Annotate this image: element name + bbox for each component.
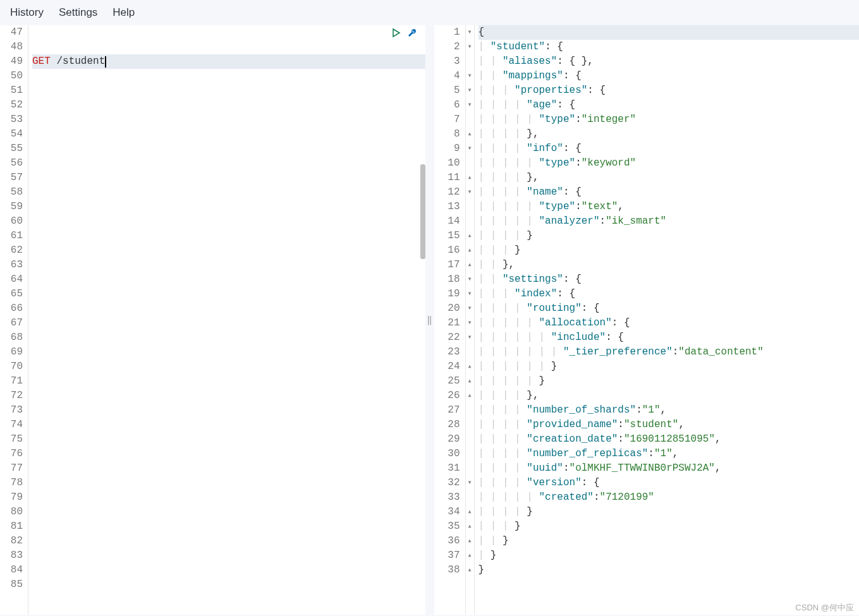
response-line: | | "settings" : { [478,272,860,287]
editor-line[interactable] [32,461,425,476]
fold-open-icon[interactable]: ▾ [466,69,474,83]
editor-line[interactable] [32,330,425,345]
gutter-line: 57 [5,171,23,185]
fold-close-icon[interactable]: ▴ [466,505,474,519]
gutter-line: 22 [439,330,460,345]
response-line: | | | | | "created" : "7120199" [478,490,860,505]
response-gutter: 1234567891011121314151617181920212223242… [434,25,466,615]
editor-line[interactable] [32,374,425,389]
editor-line[interactable] [32,534,425,548]
editor-line[interactable] [32,229,425,243]
gutter-line: 30 [439,447,460,461]
editor-line[interactable] [32,243,425,258]
gutter-line: 7 [439,112,460,127]
response-line: | | | | | "type" : "text", [478,200,860,214]
fold-close-icon[interactable]: ▴ [466,243,474,258]
gutter-line: 13 [439,200,460,214]
fold-open-icon[interactable]: ▾ [466,287,474,301]
fold-close-icon[interactable]: ▴ [466,563,474,577]
editor-line[interactable] [32,171,425,185]
fold-column[interactable]: ▾▾▾▾▾▴▾▴▾▴▴▴▾▾▾▾▾▴▴▴▾▴▴▴▴▴ [466,25,475,615]
editor-line[interactable] [32,359,425,374]
fold-close-icon[interactable]: ▴ [466,127,474,142]
wrench-icon[interactable] [406,27,419,39]
response-line: | | | | | "type" : "keyword" [478,156,860,171]
gutter-line: 71 [5,374,23,389]
editor-line[interactable] [32,592,425,607]
editor-line[interactable] [32,548,425,563]
play-icon[interactable] [390,27,403,39]
fold-close-icon[interactable]: ▴ [466,229,474,243]
editor-line[interactable] [32,519,425,534]
splitter-handle[interactable]: ‖ [425,25,434,615]
fold-open-icon[interactable]: ▾ [466,83,474,98]
gutter-line: 84 [5,563,23,577]
fold-close-icon[interactable]: ▴ [466,359,474,374]
gutter-line: 81 [5,519,23,534]
editor-line[interactable] [32,142,425,156]
editor-line[interactable] [32,607,425,615]
editor-line[interactable] [32,403,425,418]
editor-line[interactable] [32,156,425,171]
fold-close-icon[interactable]: ▴ [466,171,474,185]
editor-line[interactable] [32,185,425,200]
editor-line[interactable] [32,345,425,359]
fold-none [466,200,474,214]
gutter-line: 73 [5,403,23,418]
request-path: /student [56,54,105,69]
editor-line[interactable] [32,389,425,403]
fold-open-icon[interactable]: ▾ [466,330,474,345]
fold-open-icon[interactable]: ▾ [466,301,474,316]
editor-line[interactable] [32,301,425,316]
editor-line[interactable] [32,505,425,519]
editor-line[interactable] [32,418,425,432]
fold-open-icon[interactable]: ▾ [466,476,474,490]
fold-open-icon[interactable]: ▾ [466,272,474,287]
editor-line[interactable] [32,316,425,330]
editor-line[interactable] [32,432,425,447]
response-line: | } [478,548,860,563]
editor-line[interactable] [32,490,425,505]
fold-open-icon[interactable]: ▾ [466,142,474,156]
menu-settings[interactable]: Settings [59,6,97,19]
gutter-line: 31 [439,461,460,476]
editor-line[interactable] [32,476,425,490]
gutter-line: 63 [5,258,23,272]
fold-none [466,432,474,447]
fold-close-icon[interactable]: ▴ [466,258,474,272]
fold-open-icon[interactable]: ▾ [466,40,474,54]
fold-open-icon[interactable]: ▾ [466,25,474,40]
response-viewer[interactable]: {| "student" : {| | "aliases" : { },| | … [475,25,860,615]
fold-open-icon[interactable]: ▾ [466,98,474,112]
request-line[interactable]: GET /student [32,54,425,69]
fold-close-icon[interactable]: ▴ [466,374,474,389]
response-line: | | | | "version" : { [478,476,860,490]
editor-line[interactable] [32,563,425,577]
editor-line[interactable] [32,127,425,142]
gutter-line: 64 [5,272,23,287]
fold-close-icon[interactable]: ▴ [466,534,474,548]
gutter-line: 15 [439,229,460,243]
request-editor[interactable]: GET /student [28,25,425,615]
gutter-line: 59 [5,200,23,214]
editor-line[interactable] [32,214,425,229]
gutter-line: 32 [439,476,460,490]
editor-line[interactable] [32,447,425,461]
editor-line[interactable] [32,287,425,301]
fold-close-icon[interactable]: ▴ [466,548,474,563]
editor-line[interactable] [32,258,425,272]
fold-open-icon[interactable]: ▾ [466,185,474,200]
menu-help[interactable]: Help [113,6,135,19]
editor-line[interactable] [32,272,425,287]
fold-close-icon[interactable]: ▴ [466,389,474,403]
editor-line[interactable] [32,577,425,592]
scrollbar[interactable] [420,164,425,259]
fold-open-icon[interactable]: ▾ [466,316,474,330]
gutter-line: 51 [5,83,23,98]
gutter-line: 28 [439,418,460,432]
gutter-line: 33 [439,490,460,505]
fold-close-icon[interactable]: ▴ [466,519,474,534]
menu-history[interactable]: History [10,6,44,19]
editor-line[interactable] [32,112,425,127]
editor-line[interactable] [32,200,425,214]
